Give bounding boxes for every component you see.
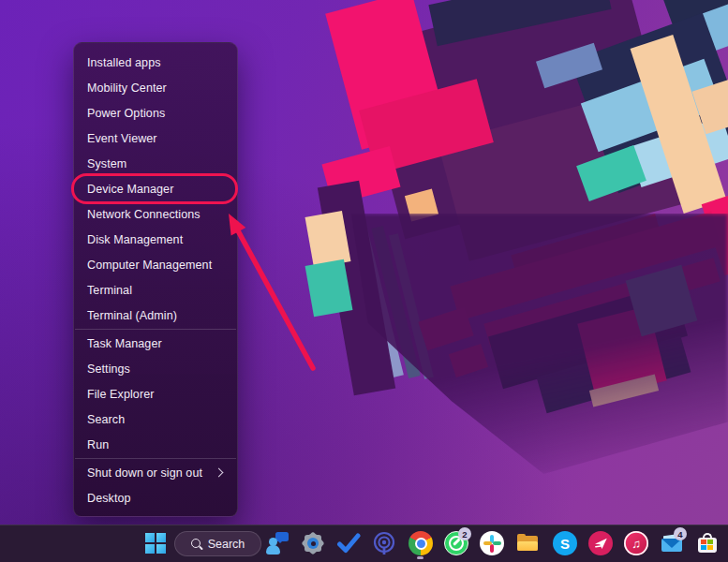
chrome-icon[interactable] bbox=[409, 531, 433, 555]
menu-item-label: Desktop bbox=[87, 492, 131, 505]
menu-item-label: Installed apps bbox=[87, 56, 161, 69]
whatsapp-badge: 2 bbox=[458, 527, 471, 540]
menu-item-label: Terminal bbox=[87, 284, 132, 297]
cast-circles-icon[interactable] bbox=[372, 531, 396, 555]
menu-item-mobility-center[interactable]: Mobility Center bbox=[74, 75, 237, 100]
people-chat-icon[interactable] bbox=[265, 531, 290, 555]
menu-item-network-connections[interactable]: Network Connections bbox=[74, 201, 237, 227]
menu-item-device-manager[interactable]: Device Manager bbox=[74, 176, 237, 201]
menu-item-label: Terminal (Admin) bbox=[87, 309, 177, 322]
menu-item-search[interactable]: Search bbox=[74, 407, 237, 432]
menu-item-label: Mobility Center bbox=[87, 81, 167, 95]
menu-item-disk-management[interactable]: Disk Management bbox=[74, 227, 237, 252]
menu-item-computer-management[interactable]: Computer Management bbox=[74, 252, 237, 277]
menu-item-installed-apps[interactable]: Installed apps bbox=[74, 50, 237, 75]
menu-item-label: Run bbox=[87, 438, 109, 451]
menu-item-label: Settings bbox=[87, 362, 130, 376]
menu-item-label: System bbox=[87, 157, 126, 170]
skype-icon[interactable]: S bbox=[553, 531, 577, 555]
menu-item-event-viewer[interactable]: Event Viewer bbox=[74, 126, 237, 151]
menu-item-label: File Explorer bbox=[87, 388, 154, 401]
menu-item-run[interactable]: Run bbox=[74, 432, 237, 457]
screen: Installed apps Mobility Center Power Opt… bbox=[0, 0, 728, 562]
search-pill[interactable]: Search bbox=[174, 531, 261, 556]
menu-item-shut-down-or-sign-out[interactable]: Shut down or sign out bbox=[74, 460, 237, 485]
mail-badge: 4 bbox=[674, 527, 687, 540]
slack-icon[interactable] bbox=[480, 531, 504, 555]
skype-letter: S bbox=[560, 536, 570, 552]
menu-separator bbox=[75, 329, 236, 330]
menu-item-system[interactable]: System bbox=[74, 151, 237, 176]
menu-item-label: Computer Management bbox=[87, 259, 212, 272]
winx-menu: Installed apps Mobility Center Power Opt… bbox=[73, 42, 238, 517]
menu-item-label: Disk Management bbox=[87, 233, 183, 246]
chrome-running-indicator bbox=[417, 556, 423, 559]
menu-item-terminal[interactable]: Terminal bbox=[74, 277, 237, 303]
menu-item-power-options[interactable]: Power Options bbox=[74, 100, 237, 126]
file-explorer-icon[interactable] bbox=[515, 531, 540, 555]
menu-separator bbox=[75, 458, 236, 459]
menu-item-label: Power Options bbox=[87, 107, 165, 120]
start-button[interactable] bbox=[145, 533, 166, 554]
chevron-right-icon bbox=[215, 468, 224, 478]
menu-item-label: Task Manager bbox=[87, 337, 162, 350]
menu-item-settings[interactable]: Settings bbox=[74, 356, 237, 381]
settings-gear-icon[interactable] bbox=[301, 531, 325, 555]
menu-item-task-manager[interactable]: Task Manager bbox=[74, 331, 237, 356]
paper-plane-app-icon[interactable] bbox=[588, 531, 613, 555]
search-icon bbox=[191, 539, 201, 549]
menu-item-file-explorer[interactable]: File Explorer bbox=[74, 381, 237, 407]
todo-check-icon[interactable] bbox=[336, 531, 361, 555]
menu-item-label: Network Connections bbox=[87, 208, 201, 221]
menu-item-terminal-admin[interactable]: Terminal (Admin) bbox=[74, 303, 237, 328]
menu-item-label: Device Manager bbox=[87, 183, 173, 196]
menu-item-desktop[interactable]: Desktop bbox=[74, 485, 237, 510]
menu-item-label: Search bbox=[87, 413, 125, 426]
taskbar bbox=[0, 525, 728, 562]
microsoft-store-icon[interactable] bbox=[695, 531, 720, 555]
music-app-icon[interactable]: ♫ bbox=[624, 531, 648, 555]
menu-item-label: Event Viewer bbox=[87, 132, 157, 145]
search-label: Search bbox=[208, 538, 245, 551]
menu-item-label: Shut down or sign out bbox=[87, 466, 202, 480]
music-note-glyph: ♫ bbox=[631, 537, 641, 551]
